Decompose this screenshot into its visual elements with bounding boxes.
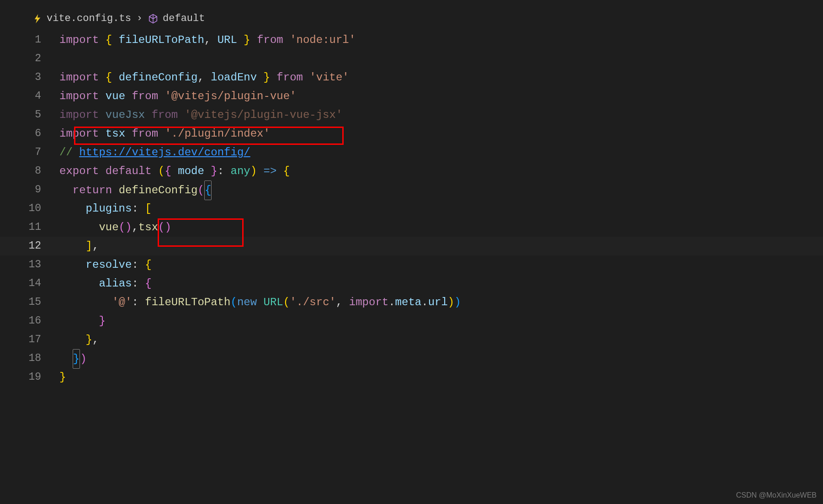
line-number: 6 (0, 124, 59, 143)
code-line[interactable]: 12 ], (0, 237, 823, 255)
code-line[interactable]: 11 vue(),tsx() (0, 218, 823, 237)
code-line[interactable]: 5import vueJsx from '@vitejs/plugin-vue-… (0, 106, 823, 124)
code-line[interactable]: 13 resolve: { (0, 255, 823, 274)
code-area[interactable]: 1import { fileURLToPath, URL } from 'nod… (0, 28, 823, 387)
breadcrumb-symbol[interactable]: default (163, 13, 205, 24)
code-content[interactable]: import tsx from './plugin/index' (59, 124, 823, 143)
chevron-right-icon: › (136, 13, 143, 24)
line-number: 17 (0, 330, 59, 349)
line-number: 4 (0, 87, 59, 106)
code-line[interactable]: 15 '@': fileURLToPath(new URL('./src', i… (0, 293, 823, 312)
code-content[interactable]: import vue from '@vitejs/plugin-vue' (59, 87, 823, 106)
code-line[interactable]: 4import vue from '@vitejs/plugin-vue' (0, 87, 823, 106)
code-content[interactable]: return defineConfig({ (59, 180, 823, 200)
code-content[interactable]: // https://vitejs.dev/config/ (59, 143, 823, 162)
code-content[interactable]: } (59, 312, 823, 330)
code-content[interactable]: '@': fileURLToPath(new URL('./src', impo… (59, 293, 823, 312)
code-line[interactable]: 1import { fileURLToPath, URL } from 'nod… (0, 31, 823, 49)
code-line[interactable]: 2 (0, 49, 823, 68)
code-content[interactable]: import { defineConfig, loadEnv } from 'v… (59, 68, 823, 87)
code-content[interactable]: plugins: [ (59, 199, 823, 218)
code-line[interactable]: 9 return defineConfig({ (0, 180, 823, 199)
line-number: 7 (0, 143, 59, 162)
code-content[interactable]: import vueJsx from '@vitejs/plugin-vue-j… (59, 106, 823, 124)
code-line[interactable]: 10 plugins: [ (0, 199, 823, 218)
code-content[interactable]: resolve: { (59, 255, 823, 274)
code-line[interactable]: 18 }) (0, 349, 823, 368)
line-number: 9 (0, 180, 59, 199)
line-number: 19 (0, 368, 59, 387)
lightning-icon (33, 13, 42, 24)
breadcrumb[interactable]: vite.config.ts › default (0, 9, 823, 28)
watermark: CSDN @MoXinXueWEB (736, 491, 817, 499)
code-content[interactable]: }, (59, 330, 823, 349)
code-line[interactable]: 8export default ({ mode }: any) => { (0, 162, 823, 180)
code-editor[interactable]: vite.config.ts › default 1import { fileU… (0, 0, 823, 387)
code-content[interactable]: } (59, 368, 823, 387)
breadcrumb-file[interactable]: vite.config.ts (47, 13, 131, 24)
code-content[interactable]: vue(),tsx() (59, 218, 823, 237)
code-content[interactable]: }) (59, 349, 823, 369)
code-line[interactable]: 6import tsx from './plugin/index' (0, 124, 823, 143)
code-line[interactable]: 19} (0, 368, 823, 387)
line-number: 10 (0, 199, 59, 218)
line-number: 3 (0, 68, 59, 87)
line-number: 13 (0, 255, 59, 274)
code-content[interactable]: alias: { (59, 274, 823, 293)
line-number: 2 (0, 49, 59, 68)
cube-icon (148, 14, 158, 24)
line-number: 14 (0, 274, 59, 293)
line-number: 16 (0, 312, 59, 330)
code-content[interactable]: export default ({ mode }: any) => { (59, 162, 823, 180)
code-line[interactable]: 17 }, (0, 330, 823, 349)
line-number: 11 (0, 218, 59, 237)
code-content[interactable]: import { fileURLToPath, URL } from 'node… (59, 31, 823, 49)
line-number: 18 (0, 349, 59, 368)
code-line[interactable]: 3import { defineConfig, loadEnv } from '… (0, 68, 823, 87)
line-number: 1 (0, 31, 59, 49)
line-number: 5 (0, 106, 59, 124)
code-content[interactable]: ], (59, 237, 823, 255)
code-line[interactable]: 14 alias: { (0, 274, 823, 293)
code-line[interactable]: 7// https://vitejs.dev/config/ (0, 143, 823, 162)
code-line[interactable]: 16 } (0, 312, 823, 330)
line-number: 15 (0, 293, 59, 312)
line-number: 8 (0, 162, 59, 180)
